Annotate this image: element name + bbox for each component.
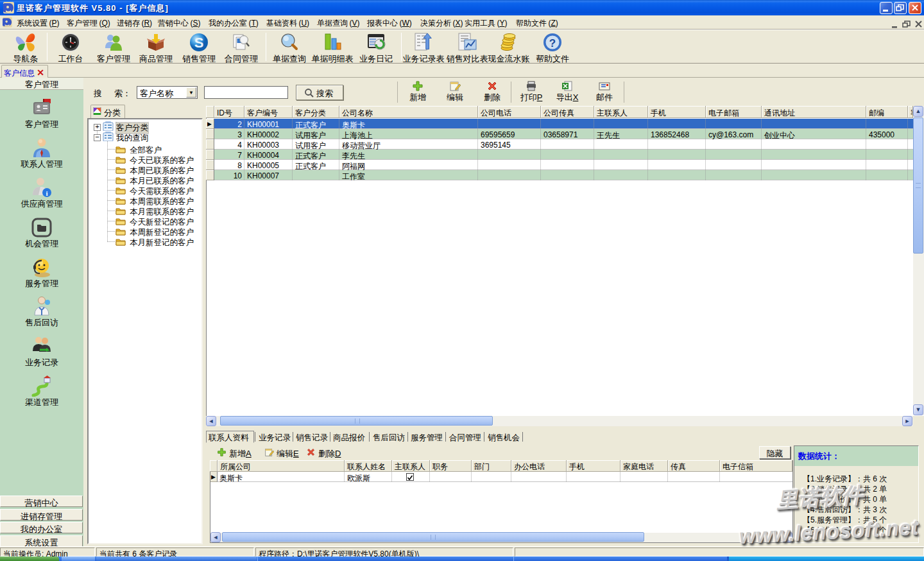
svg-text:i: i bbox=[46, 189, 47, 197]
svg-text:?: ? bbox=[549, 37, 556, 49]
svg-text:S: S bbox=[194, 35, 204, 51]
